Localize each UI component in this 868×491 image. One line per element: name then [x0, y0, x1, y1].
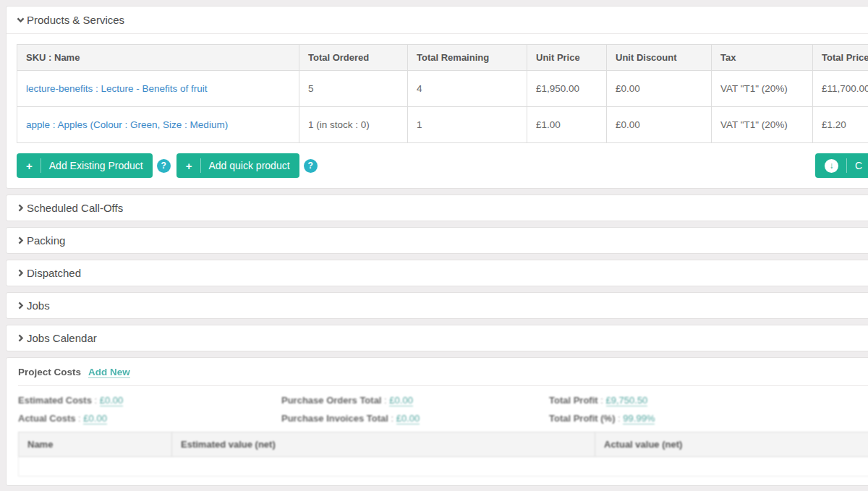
cell-total-price: £1.20: [813, 107, 868, 143]
section-packing[interactable]: Packing: [6, 227, 868, 254]
project-costs-title: Project Costs: [18, 367, 81, 377]
stat-value-link[interactable]: £0.00: [83, 413, 107, 424]
section-label: Scheduled Call-Offs: [27, 202, 123, 214]
page: Products & Services SKU : Name Total Ord…: [0, 0, 868, 486]
chevron-right-icon: [16, 203, 25, 213]
section-label: Dispatched: [27, 267, 81, 279]
col-actual-value-net: Actual value (net): [595, 432, 868, 457]
cell-unit-discount: £0.00: [607, 107, 712, 143]
col-sku-name: SKU : Name: [17, 45, 299, 71]
project-costs-table-header-row: Name Estimated value (net) Actual value …: [19, 432, 868, 457]
stats-column: Purchase Orders Total : £0.00 Purchase I…: [281, 395, 549, 424]
separator: :: [600, 395, 603, 406]
stat-value-link[interactable]: £9,750.50: [606, 395, 648, 406]
separator: :: [384, 395, 387, 406]
section-dispatched[interactable]: Dispatched: [6, 260, 868, 286]
empty-row: [19, 457, 868, 477]
table-row: lecture-benefits : Lecture - Benefits of…: [17, 71, 868, 107]
products-services-body: SKU : Name Total Ordered Total Remaining…: [7, 34, 868, 188]
chevron-right-icon: [16, 301, 25, 310]
project-costs-stats: Estimated Costs : £0.00 Actual Costs : £…: [18, 395, 868, 424]
help-icon[interactable]: ?: [304, 159, 318, 173]
products-table-header-row: SKU : Name Total Ordered Total Remaining…: [17, 45, 868, 71]
plus-icon: +: [26, 161, 33, 171]
cell-unit-discount: £0.00: [607, 71, 712, 107]
section-title: Products & Services: [27, 14, 124, 26]
section-label: Packing: [27, 234, 65, 247]
stat-purchase-invoices-total: Purchase Invoices Total : £0.00: [281, 413, 549, 424]
col-unit-price: Unit Price: [527, 45, 607, 71]
cell-total-ordered: 1 (in stock : 0): [299, 107, 408, 143]
project-costs-header: Project Costs Add New: [18, 367, 868, 386]
col-total-ordered: Total Ordered: [299, 45, 408, 71]
button-divider: [200, 158, 201, 173]
circle-down-arrow-icon: ↓: [825, 159, 838, 173]
cell-unit-price: £1.00: [527, 107, 607, 143]
section-jobs-calendar[interactable]: Jobs Calendar: [6, 325, 868, 351]
table-row: apple : Apples (Colour : Green, Size : M…: [17, 107, 868, 143]
cell-sku-name: apple : Apples (Colour : Green, Size : M…: [17, 107, 299, 143]
section-scheduled-call-offs[interactable]: Scheduled Call-Offs: [6, 195, 868, 221]
chevron-right-icon: [16, 333, 25, 343]
stat-purchase-orders-total: Purchase Orders Total : £0.00: [281, 395, 549, 406]
products-table: SKU : Name Total Ordered Total Remaining…: [17, 44, 868, 143]
plus-icon: +: [186, 161, 192, 171]
cell-tax: VAT "T1" (20%): [712, 71, 813, 107]
col-unit-discount: Unit Discount: [607, 45, 712, 71]
add-quick-product-label: Add quick product: [209, 160, 290, 171]
button-divider: [41, 158, 41, 173]
stat-value-link[interactable]: £0.00: [389, 395, 413, 406]
cell-total-ordered: 5: [299, 71, 408, 107]
truncated-button-label: C: [855, 160, 862, 171]
separator: :: [78, 413, 81, 424]
call-off-button-truncated[interactable]: ↓ C: [815, 153, 868, 178]
product-link[interactable]: lecture-benefits : Lecture - Benefits of…: [26, 83, 208, 94]
section-label: Jobs: [27, 299, 50, 312]
separator: :: [618, 413, 621, 424]
button-divider: [846, 158, 847, 173]
section-label: Jobs Calendar: [27, 332, 97, 344]
project-costs-panel: Project Costs Add New Estimated Costs : …: [6, 357, 868, 486]
add-existing-product-button[interactable]: + Add Existing Product: [17, 153, 153, 178]
help-icon[interactable]: ?: [157, 159, 171, 173]
col-total-remaining: Total Remaining: [408, 45, 527, 71]
col-estimated-value-net: Estimated value (net): [172, 432, 595, 457]
stat-actual-costs: Actual Costs : £0.00: [18, 413, 281, 424]
chevron-right-icon: [16, 268, 25, 278]
cell-total-remaining: 1: [408, 107, 527, 143]
chevron-right-icon: [16, 236, 25, 245]
cell-total-price: £11,700.00: [813, 71, 868, 107]
col-name: Name: [19, 432, 172, 457]
add-existing-product-label: Add Existing Product: [49, 160, 143, 171]
stat-total-profit: Total Profit : £9,750.50: [549, 395, 655, 406]
section-jobs[interactable]: Jobs: [6, 292, 868, 319]
stat-value-link[interactable]: 99.99%: [623, 413, 655, 424]
stats-column: Estimated Costs : £0.00 Actual Costs : £…: [18, 395, 281, 424]
cell-total-remaining: 4: [408, 71, 527, 107]
separator: :: [391, 413, 394, 424]
col-total-price: Total Price: [813, 45, 868, 71]
col-tax: Tax: [712, 45, 813, 71]
stat-estimated-costs: Estimated Costs : £0.00: [18, 395, 281, 406]
product-link[interactable]: apple : Apples (Colour : Green, Size : M…: [26, 119, 228, 130]
add-quick-product-button[interactable]: + Add quick product: [176, 153, 299, 178]
products-services-panel: Products & Services SKU : Name Total Ord…: [6, 6, 868, 189]
products-services-header[interactable]: Products & Services: [7, 7, 868, 34]
cell-sku-name: lecture-benefits : Lecture - Benefits of…: [17, 71, 299, 107]
stat-value-link[interactable]: £0.00: [396, 413, 420, 424]
stats-column: Total Profit : £9,750.50 Total Profit (%…: [549, 395, 655, 424]
stat-total-profit-pct: Total Profit (%) : 99.99%: [549, 413, 655, 424]
separator: :: [95, 395, 98, 406]
cell-unit-price: £1,950.00: [527, 71, 607, 107]
cell-tax: VAT "T1" (20%): [712, 107, 813, 143]
add-new-link[interactable]: Add New: [88, 367, 130, 378]
products-actions-row: + Add Existing Product ? + Add quick pro…: [17, 153, 868, 178]
project-costs-table: Name Estimated value (net) Actual value …: [18, 432, 868, 477]
chevron-down-icon: [16, 15, 25, 25]
stat-value-link[interactable]: £0.00: [100, 395, 124, 406]
